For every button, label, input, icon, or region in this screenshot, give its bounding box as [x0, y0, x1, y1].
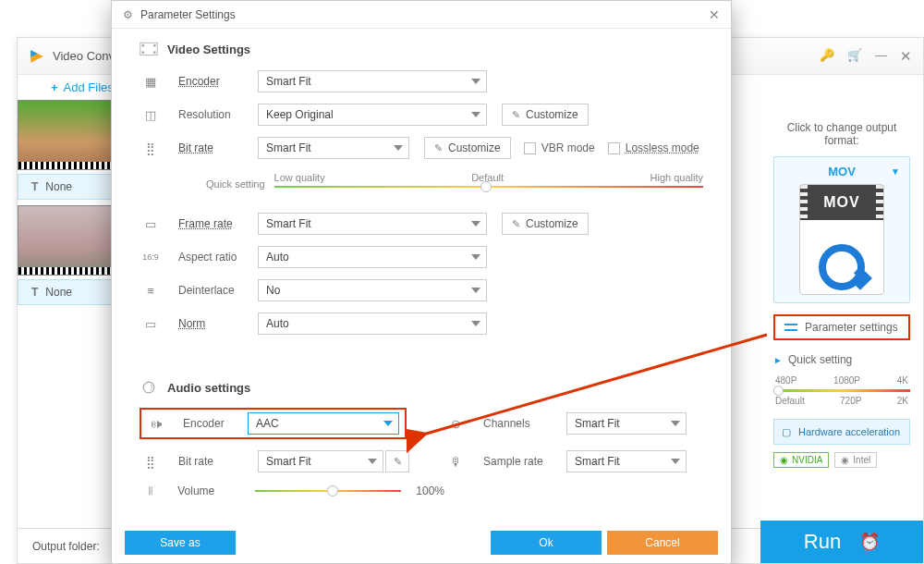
- video-section-header: Video Settings: [140, 42, 703, 56]
- audio-encoder-select[interactable]: AAC: [248, 412, 399, 435]
- aspect-icon: 16:9: [140, 252, 162, 262]
- dialog-title: Parameter Settings: [140, 8, 236, 21]
- chevron-down-icon: ▼: [891, 166, 900, 177]
- ok-button[interactable]: Ok: [491, 531, 602, 555]
- encoder-row: ▦ Encoder Smart Fit: [140, 69, 703, 93]
- chip-icon: ▢: [782, 426, 791, 438]
- encoder-select[interactable]: Smart Fit: [258, 70, 487, 92]
- lossless-checkbox[interactable]: Lossless mode: [608, 141, 699, 154]
- norm-label: Norm: [178, 317, 258, 330]
- audio-bitrate-label: Bit rate: [178, 455, 258, 468]
- chevron-right-icon: ►: [773, 355, 783, 365]
- add-files-button[interactable]: + Add Files: [51, 80, 116, 94]
- vbr-checkbox[interactable]: VBR mode: [524, 141, 595, 154]
- bitrate-customize-button[interactable]: ✎Customize: [424, 137, 511, 159]
- bitrate-select[interactable]: Smart Fit: [258, 137, 409, 159]
- framerate-icon: ▭: [140, 217, 162, 231]
- video-item[interactable]: T None: [18, 100, 116, 200]
- audio-bitrate-edit-button[interactable]: ✎: [385, 450, 409, 472]
- volume-label: Volume: [177, 484, 254, 497]
- format-badge: MOV: [799, 184, 884, 295]
- speaker-icon: [140, 380, 158, 395]
- audio-encoder-row: 🕪 Encoder AAC ⊙ Channels Smart Fit: [140, 408, 703, 439]
- aspect-row: 16:9 Aspect ratio Auto: [140, 245, 703, 269]
- key-icon[interactable]: 🔑: [820, 48, 834, 65]
- channels-label: Channels: [483, 417, 566, 430]
- pencil-icon: ✎: [512, 109, 520, 121]
- format-selector[interactable]: MOV ▼ MOV: [773, 156, 910, 303]
- resolution-icon: ◫: [140, 108, 162, 122]
- resolution-row: ◫ Resolution Keep Original ✎Customize: [140, 103, 703, 127]
- deinterlace-select[interactable]: No: [258, 279, 487, 301]
- video-item[interactable]: T None: [18, 205, 116, 305]
- quick-setting-row: Quick setting Low quality Default High q…: [206, 169, 703, 190]
- intel-icon: ◉: [841, 455, 849, 465]
- slider-knob[interactable]: [773, 386, 784, 396]
- cart-icon[interactable]: 🛒: [847, 48, 862, 65]
- pencil-icon: ✎: [512, 218, 520, 230]
- cancel-button[interactable]: Cancel: [607, 531, 718, 555]
- add-files-label: Add Files: [64, 80, 114, 94]
- audio-bitrate-row: ⣿ Bit rate Smart Fit ✎ 🎙 Sample rate Sma…: [140, 450, 703, 472]
- encoder-icon: ▦: [140, 75, 162, 89]
- volume-slider[interactable]: [255, 490, 402, 492]
- resolution-ticks-top: 480P 1080P 4K: [773, 375, 910, 386]
- samplerate-select[interactable]: Smart Fit: [566, 450, 687, 472]
- nvidia-badge: ◉NVIDIA: [773, 452, 829, 468]
- parameter-settings-button[interactable]: Parameter settings: [773, 314, 910, 340]
- video-section-title: Video Settings: [167, 43, 250, 56]
- audio-encoder-label: Encoder: [183, 417, 248, 430]
- format-name: MOV: [782, 165, 902, 178]
- resolution-ticks-bottom: Default 720P 2K: [773, 396, 910, 406]
- format-badge-text: MOV: [800, 185, 883, 220]
- audio-encoder-highlight: 🕪 Encoder AAC: [140, 408, 407, 439]
- volume-icon: ⫴: [140, 484, 161, 498]
- quick-setting-label[interactable]: ► Quick setting: [773, 353, 910, 366]
- dialog-footer: Save as Ok Cancel: [112, 522, 731, 563]
- save-as-button[interactable]: Save as: [125, 531, 236, 555]
- slider-knob[interactable]: [327, 485, 338, 497]
- audio-section-header: Audio settings: [140, 380, 703, 395]
- close-button[interactable]: ✕: [900, 48, 912, 65]
- quality-slider[interactable]: [274, 186, 703, 188]
- subtitle-value: None: [45, 180, 72, 193]
- text-icon: T: [31, 286, 38, 299]
- aspect-label: Aspect ratio: [178, 251, 258, 264]
- framerate-select[interactable]: Smart Fit: [258, 213, 487, 235]
- nvidia-icon: ◉: [780, 455, 788, 465]
- resolution-customize-button[interactable]: ✎Customize: [502, 104, 589, 126]
- resolution-slider[interactable]: [773, 389, 910, 392]
- norm-select[interactable]: Auto: [258, 313, 487, 335]
- deinterlace-row: ≡ Deinterlace No: [140, 278, 703, 302]
- resolution-select[interactable]: Keep Original: [258, 104, 487, 126]
- volume-row: ⫴ Volume 100%: [140, 484, 703, 498]
- hardware-acceleration-button[interactable]: ▢ Hardware acceleration: [773, 419, 910, 445]
- run-button[interactable]: Run ⏰: [760, 521, 923, 563]
- audio-bitrate-select[interactable]: Smart Fit: [258, 450, 383, 472]
- mic-icon: 🎙: [444, 455, 467, 469]
- dialog-close-button[interactable]: ✕: [709, 7, 720, 22]
- svg-rect-4: [153, 52, 156, 55]
- sliders-icon: [784, 323, 797, 332]
- bitrate-icon: ⣿: [140, 455, 162, 469]
- aspect-select[interactable]: Auto: [258, 246, 487, 268]
- volume-percent: 100%: [416, 484, 444, 497]
- framerate-row: ▭ Frame rate Smart Fit ✎Customize: [140, 212, 703, 236]
- video-thumbnail: [18, 100, 116, 170]
- svg-rect-3: [153, 44, 156, 47]
- subtitle-value: None: [45, 286, 72, 299]
- slider-knob[interactable]: [480, 181, 492, 192]
- norm-icon: ▭: [140, 317, 162, 331]
- settings-icon: ⚙: [123, 8, 133, 21]
- framerate-customize-button[interactable]: ✎Customize: [502, 213, 589, 235]
- parameter-settings-label: Parameter settings: [805, 321, 898, 334]
- channels-select[interactable]: Smart Fit: [566, 412, 687, 435]
- subtitle-row[interactable]: T None: [18, 279, 116, 305]
- subtitle-row[interactable]: T None: [18, 174, 116, 200]
- quick-setting-panel: ► Quick setting 480P 1080P 4K Default 72…: [773, 353, 910, 406]
- video-thumbnail: [18, 205, 116, 276]
- plus-icon: +: [51, 80, 58, 94]
- titlebar-controls: 🔑 🛒 — ✕: [820, 48, 912, 65]
- run-label: Run: [804, 530, 841, 554]
- minimize-button[interactable]: —: [875, 48, 887, 65]
